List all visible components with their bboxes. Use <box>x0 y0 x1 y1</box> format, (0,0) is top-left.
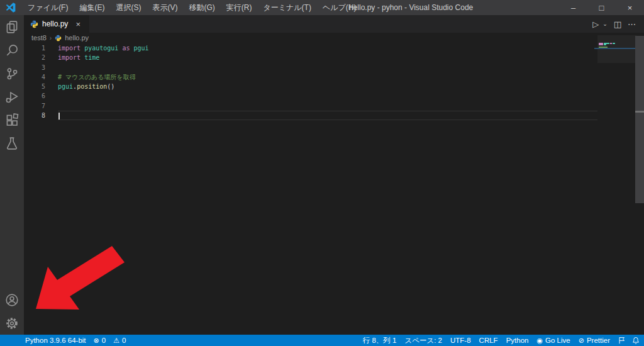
status-label: スペース: 2 <box>404 336 442 345</box>
breadcrumb-file[interactable]: hello.py <box>65 34 89 42</box>
breadcrumb: test8 › hello.py <box>24 33 644 43</box>
status-label: Prettier <box>587 337 610 344</box>
code-line-2[interactable]: 2import time <box>24 53 644 62</box>
line-content[interactable] <box>58 111 597 120</box>
status-label: 0 <box>122 337 126 344</box>
extensions-icon[interactable] <box>0 108 24 131</box>
line-number: 7 <box>24 101 45 111</box>
title-bar: ファイル(F)編集(E)選択(S)表示(V)移動(G)実行(R)ターミナル(T)… <box>0 0 644 15</box>
menu-item-2[interactable]: 選択(S) <box>110 0 147 15</box>
python-file-icon <box>55 35 62 42</box>
more-actions-button[interactable]: ⋯ <box>626 20 638 29</box>
editor-actions: ▷⌄◫⋯ <box>591 15 644 33</box>
line-content[interactable]: import pyautogui as pgui <box>58 43 597 53</box>
cursor-position[interactable]: 行 8、列 1 <box>363 335 397 346</box>
window-controls: –□× <box>559 0 644 15</box>
code-line-8[interactable]: 8 <box>24 111 644 120</box>
code-line-3[interactable]: 3 <box>24 63 644 72</box>
eol-sequence[interactable]: CRLF <box>479 335 498 346</box>
prettier[interactable]: ⊘Prettier <box>579 335 610 346</box>
vertical-scrollbar[interactable] <box>635 33 644 335</box>
line-content[interactable] <box>58 63 597 72</box>
vscode-window: ファイル(F)編集(E)選択(S)表示(V)移動(G)実行(R)ターミナル(T)… <box>0 0 644 346</box>
restore-button[interactable]: □ <box>587 0 616 15</box>
status-label: Go Live <box>545 337 570 344</box>
problems-errors[interactable]: ⊗0 <box>94 335 106 346</box>
line-content[interactable]: import time <box>58 53 597 62</box>
line-number: 5 <box>24 82 45 91</box>
search-icon[interactable] <box>0 38 24 62</box>
status-label: 行 8、列 1 <box>363 336 397 345</box>
scrollbar-thumb[interactable] <box>635 36 644 203</box>
close-button[interactable]: × <box>616 0 644 15</box>
breadcrumb-separator: › <box>50 35 52 42</box>
line-content[interactable] <box>58 101 597 111</box>
menu-item-6[interactable]: ターミナル(T) <box>257 0 316 15</box>
minimap-current-line <box>594 48 636 49</box>
status-bar-right: 行 8、列 1スペース: 2UTF-8CRLFPython◉Go Live⊘Pr… <box>363 335 615 346</box>
indentation[interactable]: スペース: 2 <box>404 335 442 346</box>
line-number: 8 <box>24 111 45 120</box>
broadcast-icon: ◉ <box>536 337 543 345</box>
window-title: hello.py - pyhon - Visual Studio Code <box>349 0 473 15</box>
run-and-debug-icon[interactable] <box>0 85 24 108</box>
python-file-icon <box>30 20 38 28</box>
line-number: 1 <box>24 43 45 53</box>
editor-group: hello.py × ▷⌄◫⋯ test8 › hello.py 1import… <box>24 15 644 335</box>
testing-icon[interactable] <box>0 131 24 155</box>
menu-item-3[interactable]: 表示(V) <box>147 0 183 15</box>
breadcrumb-folder[interactable]: test8 <box>31 34 47 42</box>
problems-warnings[interactable]: ⚠0 <box>113 335 126 346</box>
source-control-icon[interactable] <box>0 62 24 85</box>
code-editor[interactable]: 1import pyautogui as pgui2import time34#… <box>24 43 644 120</box>
code-line-6[interactable]: 6 <box>24 91 644 101</box>
overview-ruler-cursor-marker <box>635 111 644 113</box>
split-editor-button[interactable]: ◫ <box>612 20 623 29</box>
line-number: 2 <box>24 53 45 62</box>
encoding[interactable]: UTF-8 <box>450 335 471 346</box>
notifications-bell-icon[interactable] <box>629 335 644 346</box>
status-label: Python <box>506 337 529 344</box>
activity-bar <box>0 15 24 335</box>
status-label: 0 <box>102 337 106 344</box>
language-mode[interactable]: Python <box>506 335 529 346</box>
line-number: 6 <box>24 91 45 101</box>
run-python-file-button[interactable]: ▷ <box>591 20 601 29</box>
error-icon: ⊗ <box>94 337 99 345</box>
code-line-7[interactable]: 7 <box>24 101 644 111</box>
code-line-1[interactable]: 1import pyautogui as pgui <box>24 43 644 53</box>
vscode-logo-icon <box>6 3 16 13</box>
minimize-button[interactable]: – <box>559 0 587 15</box>
line-content[interactable]: pgui.position() <box>58 82 597 91</box>
tab-close-icon[interactable]: × <box>73 20 83 29</box>
slash-icon: ⊘ <box>579 337 584 345</box>
line-content[interactable] <box>58 91 597 101</box>
menu-item-4[interactable]: 移動(G) <box>183 0 220 15</box>
status-label: UTF-8 <box>450 337 471 344</box>
python-interpreter[interactable]: Python 3.9.6 64-bit <box>25 335 86 346</box>
status-label: CRLF <box>479 337 498 344</box>
explorer-icon[interactable] <box>0 15 24 38</box>
code-line-4[interactable]: 4# マウスのある場所を取得 <box>24 72 644 82</box>
tab-bar: hello.py × ▷⌄◫⋯ <box>24 15 644 33</box>
line-number: 3 <box>24 63 45 72</box>
feedback-flag-icon[interactable] <box>615 335 629 346</box>
go-live[interactable]: ◉Go Live <box>536 335 570 346</box>
settings-gear-icon[interactable] <box>0 311 24 335</box>
run-dropdown-chevron[interactable]: ⌄ <box>601 21 609 27</box>
menu-item-0[interactable]: ファイル(F) <box>22 0 74 15</box>
menu-item-5[interactable]: 実行(R) <box>221 0 258 15</box>
menu-bar: ファイル(F)編集(E)選択(S)表示(V)移動(G)実行(R)ターミナル(T)… <box>22 0 362 15</box>
tab-hello-py[interactable]: hello.py × <box>24 15 90 33</box>
text-cursor <box>58 113 60 120</box>
code-line-5[interactable]: 5pgui.position() <box>24 82 644 91</box>
warning-icon: ⚠ <box>113 337 119 345</box>
status-label: Python 3.9.6 64-bit <box>25 337 86 344</box>
menu-item-1[interactable]: 編集(E) <box>74 0 110 15</box>
status-bar-left: Python 3.9.6 64-bit⊗0⚠0 <box>0 335 126 346</box>
line-content[interactable]: # マウスのある場所を取得 <box>58 72 597 82</box>
status-bar: Python 3.9.6 64-bit⊗0⚠0 行 8、列 1スペース: 2UT… <box>0 335 644 346</box>
tab-label: hello.py <box>42 20 68 28</box>
line-number: 4 <box>24 72 45 82</box>
account-icon[interactable] <box>0 288 24 311</box>
